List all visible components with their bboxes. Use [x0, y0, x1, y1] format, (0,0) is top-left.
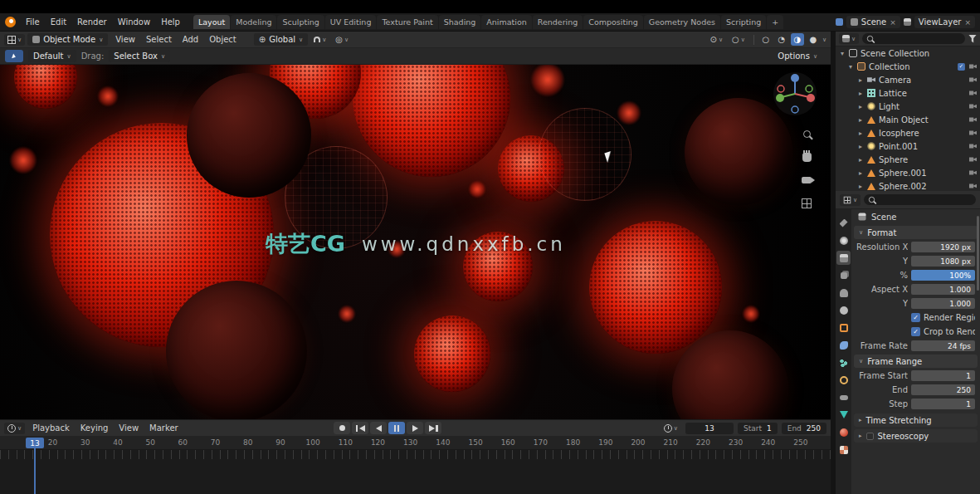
topbar-menu-item[interactable]: File	[21, 16, 45, 28]
outliner-object-row[interactable]: ▸ Light	[836, 100, 980, 113]
outliner-object-row[interactable]: ▸ Lattice	[836, 86, 980, 100]
show-gizmo-dropdown[interactable]: ⊙∨	[707, 33, 727, 46]
render-visibility-icon[interactable]	[969, 90, 977, 96]
properties-tab[interactable]	[836, 443, 851, 457]
value-field[interactable]: 1	[911, 399, 975, 409]
properties-tab[interactable]	[836, 303, 851, 317]
shading-material-preview-icon[interactable]: ◑	[791, 33, 804, 46]
shading-solid-icon[interactable]: ◔	[775, 33, 788, 46]
viewport-menu-item[interactable]: Object	[204, 33, 241, 46]
disclosure-icon[interactable]: ▸	[857, 103, 864, 110]
workspace-tab[interactable]: Animation	[481, 15, 531, 29]
active-tool-icon[interactable]	[5, 50, 23, 62]
shading-rendered-icon[interactable]: ●	[807, 33, 820, 46]
outliner-row-collection[interactable]: ▾ Collection ✓	[836, 60, 980, 73]
value-field[interactable]: 1920 px	[911, 242, 975, 252]
scene-selector[interactable]: Scene ×	[846, 16, 900, 28]
workspace-tab[interactable]: UV Editing	[325, 15, 377, 29]
timeline-menu-item[interactable]: View	[114, 422, 144, 434]
jump-to-start-button[interactable]	[352, 422, 368, 434]
playhead-frame-label[interactable]: 13	[26, 438, 44, 448]
render-visibility-icon[interactable]	[969, 77, 977, 83]
shading-wireframe-icon[interactable]: ○	[759, 33, 773, 46]
pause-button[interactable]	[388, 422, 405, 434]
workspace-tab[interactable]: Texture Paint	[377, 15, 437, 29]
topbar-menu-item[interactable]: Window	[113, 16, 155, 28]
mode-dropdown[interactable]: Object Mode ∨	[27, 33, 108, 46]
outliner-display-dropdown[interactable]: ∨	[839, 33, 859, 44]
remove-viewlayer-icon[interactable]: ×	[964, 18, 971, 27]
jump-to-end-button[interactable]	[425, 422, 441, 434]
disclosure-icon[interactable]: ▸	[857, 130, 864, 137]
playhead-line[interactable]	[34, 448, 36, 494]
outliner-object-row[interactable]: ▸ Camera	[836, 73, 980, 86]
snap-magnet-icon[interactable]: ∨	[310, 35, 329, 45]
topbar-menu-item[interactable]: Edit	[46, 16, 71, 28]
workspace-tab[interactable]: Scripting	[721, 15, 766, 29]
disclosure-icon[interactable]: ▾	[847, 63, 854, 71]
workspace-tab[interactable]: Compositing	[583, 15, 643, 29]
render-visibility-icon[interactable]	[969, 183, 977, 189]
filter-funnel-icon[interactable]	[968, 35, 977, 43]
properties-editor-dropdown[interactable]: ∨	[840, 194, 861, 206]
value-field[interactable]: 1080 px	[911, 256, 975, 267]
render-visibility-icon[interactable]	[969, 157, 977, 163]
outliner-object-row[interactable]: ▸ Sphere.002	[836, 179, 980, 191]
proportional-edit-icon[interactable]: ◎∨	[332, 33, 352, 46]
disclosure-icon[interactable]: ▸	[857, 76, 864, 84]
disclosure-icon[interactable]: ▸	[857, 116, 864, 124]
drag-tool-dropdown[interactable]: Select Box ∨	[109, 50, 170, 62]
render-visibility-icon[interactable]	[969, 117, 977, 123]
autokey-record-button[interactable]	[334, 422, 350, 434]
timeline-menu-item[interactable]: Marker	[144, 422, 183, 434]
scrollbar[interactable]	[977, 216, 979, 291]
workspace-tab[interactable]: Geometry Nodes	[644, 15, 720, 29]
editor-type-dropdown[interactable]: ∨	[4, 34, 25, 46]
outliner-object-row[interactable]: ▸ Icosphere	[836, 126, 980, 139]
workspace-tab[interactable]: Modeling	[231, 15, 276, 29]
disclosure-icon[interactable]: ▾	[839, 50, 846, 57]
timeline-menu-item[interactable]: Keying	[76, 422, 114, 434]
topbar-menu-item[interactable]: Render	[72, 16, 112, 28]
render-visibility-icon[interactable]	[969, 170, 977, 176]
collapsed-section-header[interactable]: ▸ Time Stretching	[854, 413, 978, 427]
workspace-tab[interactable]: Layout	[193, 15, 230, 29]
disclosure-icon[interactable]: ▸	[857, 90, 864, 97]
disclosure-icon[interactable]: ▸	[857, 169, 864, 177]
format-section-header[interactable]: ∨Format	[854, 226, 978, 239]
properties-tab[interactable]	[836, 390, 851, 404]
options-dropdown[interactable]: Options ∨	[773, 50, 822, 62]
outliner-object-row[interactable]: ▸ Point.001	[836, 139, 980, 153]
prev-keyframe-button[interactable]	[370, 422, 387, 434]
unlink-scene-icon[interactable]: ×	[890, 18, 896, 27]
pan-hand-icon[interactable]	[799, 149, 814, 164]
frame-end-field[interactable]: End250	[782, 423, 826, 434]
render-visibility-icon[interactable]	[969, 130, 977, 136]
workspace-tab[interactable]: Shading	[439, 15, 481, 29]
disclosure-icon[interactable]: ▸	[857, 183, 864, 190]
transform-orientation-dropdown[interactable]: ⊕ Global ∨	[254, 33, 308, 46]
properties-tab[interactable]	[836, 286, 851, 300]
zoom-tool-icon[interactable]	[799, 126, 814, 141]
playback-sync-icon[interactable]: ∨	[661, 423, 681, 434]
next-keyframe-button[interactable]	[407, 422, 423, 434]
properties-tab[interactable]	[836, 338, 851, 352]
value-field[interactable]: 1.000	[911, 298, 975, 309]
disclosure-icon[interactable]: ▸	[857, 143, 864, 150]
timeline-ruler[interactable]: 2030405060708090100110120130140150160170…	[0, 436, 831, 450]
properties-search-field[interactable]	[864, 194, 976, 205]
frame-rate-dropdown[interactable]: 24 fps	[911, 340, 975, 351]
properties-tab[interactable]	[836, 233, 851, 247]
outliner-search-field[interactable]	[862, 33, 965, 44]
timeline-editor-dropdown[interactable]: ∨	[4, 423, 25, 434]
tool-preset-dropdown[interactable]: Default ∨	[28, 50, 76, 62]
frame-range-section-header[interactable]: ∨Frame Range	[854, 355, 978, 368]
viewport-menu-item[interactable]: View	[110, 33, 140, 46]
checkbox[interactable]: ✓	[911, 313, 920, 322]
properties-tab[interactable]	[836, 216, 851, 230]
render-visibility-icon[interactable]	[969, 144, 977, 149]
properties-tab[interactable]	[836, 373, 851, 387]
value-field[interactable]: 250	[911, 384, 975, 395]
workspace-tab[interactable]: Sculpting	[277, 15, 324, 29]
section-checkbox[interactable]	[866, 433, 874, 440]
